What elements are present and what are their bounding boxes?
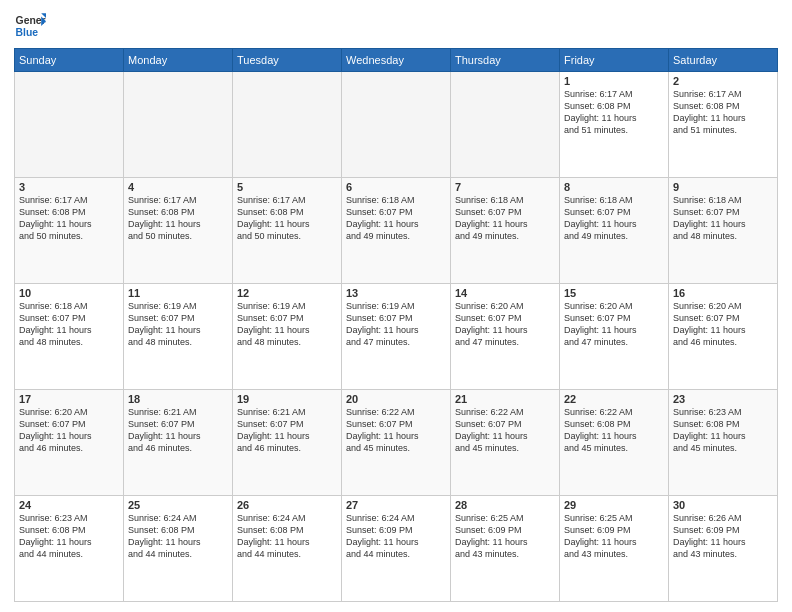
day-number: 6 [346,181,446,193]
day-info: Sunrise: 6:20 AM Sunset: 6:07 PM Dayligh… [19,406,119,455]
day-info: Sunrise: 6:17 AM Sunset: 6:08 PM Dayligh… [673,88,773,137]
calendar-cell: 26Sunrise: 6:24 AM Sunset: 6:08 PM Dayli… [233,496,342,602]
day-number: 8 [564,181,664,193]
day-info: Sunrise: 6:24 AM Sunset: 6:08 PM Dayligh… [237,512,337,561]
logo-icon: General Blue [14,10,46,42]
calendar-cell: 24Sunrise: 6:23 AM Sunset: 6:08 PM Dayli… [15,496,124,602]
day-info: Sunrise: 6:19 AM Sunset: 6:07 PM Dayligh… [128,300,228,349]
day-number: 19 [237,393,337,405]
calendar-cell [342,72,451,178]
page: General Blue SundayMondayTuesdayWednesda… [0,0,792,612]
day-number: 16 [673,287,773,299]
day-number: 25 [128,499,228,511]
day-number: 24 [19,499,119,511]
calendar-cell: 2Sunrise: 6:17 AM Sunset: 6:08 PM Daylig… [669,72,778,178]
weekday-tuesday: Tuesday [233,49,342,72]
day-number: 26 [237,499,337,511]
day-info: Sunrise: 6:19 AM Sunset: 6:07 PM Dayligh… [237,300,337,349]
day-number: 5 [237,181,337,193]
logo: General Blue [14,10,46,42]
calendar-table: SundayMondayTuesdayWednesdayThursdayFrid… [14,48,778,602]
day-number: 17 [19,393,119,405]
calendar-cell: 29Sunrise: 6:25 AM Sunset: 6:09 PM Dayli… [560,496,669,602]
weekday-sunday: Sunday [15,49,124,72]
week-row-3: 17Sunrise: 6:20 AM Sunset: 6:07 PM Dayli… [15,390,778,496]
weekday-wednesday: Wednesday [342,49,451,72]
day-number: 15 [564,287,664,299]
calendar-cell: 28Sunrise: 6:25 AM Sunset: 6:09 PM Dayli… [451,496,560,602]
day-info: Sunrise: 6:19 AM Sunset: 6:07 PM Dayligh… [346,300,446,349]
day-info: Sunrise: 6:25 AM Sunset: 6:09 PM Dayligh… [564,512,664,561]
svg-text:Blue: Blue [16,27,39,38]
day-info: Sunrise: 6:18 AM Sunset: 6:07 PM Dayligh… [564,194,664,243]
day-info: Sunrise: 6:17 AM Sunset: 6:08 PM Dayligh… [564,88,664,137]
calendar-cell: 1Sunrise: 6:17 AM Sunset: 6:08 PM Daylig… [560,72,669,178]
calendar-cell: 6Sunrise: 6:18 AM Sunset: 6:07 PM Daylig… [342,178,451,284]
calendar-cell: 13Sunrise: 6:19 AM Sunset: 6:07 PM Dayli… [342,284,451,390]
day-number: 21 [455,393,555,405]
weekday-monday: Monday [124,49,233,72]
calendar-cell: 16Sunrise: 6:20 AM Sunset: 6:07 PM Dayli… [669,284,778,390]
day-info: Sunrise: 6:20 AM Sunset: 6:07 PM Dayligh… [673,300,773,349]
calendar-cell: 21Sunrise: 6:22 AM Sunset: 6:07 PM Dayli… [451,390,560,496]
day-number: 28 [455,499,555,511]
day-number: 13 [346,287,446,299]
day-info: Sunrise: 6:18 AM Sunset: 6:07 PM Dayligh… [346,194,446,243]
day-info: Sunrise: 6:22 AM Sunset: 6:08 PM Dayligh… [564,406,664,455]
day-info: Sunrise: 6:22 AM Sunset: 6:07 PM Dayligh… [346,406,446,455]
calendar-cell: 11Sunrise: 6:19 AM Sunset: 6:07 PM Dayli… [124,284,233,390]
day-info: Sunrise: 6:21 AM Sunset: 6:07 PM Dayligh… [128,406,228,455]
day-info: Sunrise: 6:20 AM Sunset: 6:07 PM Dayligh… [564,300,664,349]
day-number: 23 [673,393,773,405]
calendar-cell: 9Sunrise: 6:18 AM Sunset: 6:07 PM Daylig… [669,178,778,284]
calendar-cell: 14Sunrise: 6:20 AM Sunset: 6:07 PM Dayli… [451,284,560,390]
day-info: Sunrise: 6:18 AM Sunset: 6:07 PM Dayligh… [455,194,555,243]
weekday-friday: Friday [560,49,669,72]
day-info: Sunrise: 6:21 AM Sunset: 6:07 PM Dayligh… [237,406,337,455]
day-number: 9 [673,181,773,193]
calendar-cell: 17Sunrise: 6:20 AM Sunset: 6:07 PM Dayli… [15,390,124,496]
day-info: Sunrise: 6:17 AM Sunset: 6:08 PM Dayligh… [19,194,119,243]
weekday-thursday: Thursday [451,49,560,72]
calendar-cell [15,72,124,178]
calendar-cell [233,72,342,178]
day-number: 11 [128,287,228,299]
calendar-cell: 12Sunrise: 6:19 AM Sunset: 6:07 PM Dayli… [233,284,342,390]
week-row-1: 3Sunrise: 6:17 AM Sunset: 6:08 PM Daylig… [15,178,778,284]
day-info: Sunrise: 6:23 AM Sunset: 6:08 PM Dayligh… [673,406,773,455]
day-number: 3 [19,181,119,193]
calendar-cell: 15Sunrise: 6:20 AM Sunset: 6:07 PM Dayli… [560,284,669,390]
week-row-4: 24Sunrise: 6:23 AM Sunset: 6:08 PM Dayli… [15,496,778,602]
day-info: Sunrise: 6:26 AM Sunset: 6:09 PM Dayligh… [673,512,773,561]
calendar-cell: 25Sunrise: 6:24 AM Sunset: 6:08 PM Dayli… [124,496,233,602]
day-info: Sunrise: 6:22 AM Sunset: 6:07 PM Dayligh… [455,406,555,455]
weekday-header-row: SundayMondayTuesdayWednesdayThursdayFrid… [15,49,778,72]
calendar-cell: 10Sunrise: 6:18 AM Sunset: 6:07 PM Dayli… [15,284,124,390]
day-info: Sunrise: 6:17 AM Sunset: 6:08 PM Dayligh… [237,194,337,243]
day-number: 22 [564,393,664,405]
calendar-cell: 8Sunrise: 6:18 AM Sunset: 6:07 PM Daylig… [560,178,669,284]
day-number: 29 [564,499,664,511]
calendar-cell: 5Sunrise: 6:17 AM Sunset: 6:08 PM Daylig… [233,178,342,284]
day-info: Sunrise: 6:18 AM Sunset: 6:07 PM Dayligh… [19,300,119,349]
day-info: Sunrise: 6:17 AM Sunset: 6:08 PM Dayligh… [128,194,228,243]
day-info: Sunrise: 6:25 AM Sunset: 6:09 PM Dayligh… [455,512,555,561]
day-number: 4 [128,181,228,193]
day-number: 2 [673,75,773,87]
calendar-cell: 22Sunrise: 6:22 AM Sunset: 6:08 PM Dayli… [560,390,669,496]
calendar-cell: 4Sunrise: 6:17 AM Sunset: 6:08 PM Daylig… [124,178,233,284]
calendar-cell: 23Sunrise: 6:23 AM Sunset: 6:08 PM Dayli… [669,390,778,496]
day-info: Sunrise: 6:20 AM Sunset: 6:07 PM Dayligh… [455,300,555,349]
calendar-cell: 30Sunrise: 6:26 AM Sunset: 6:09 PM Dayli… [669,496,778,602]
day-number: 27 [346,499,446,511]
week-row-2: 10Sunrise: 6:18 AM Sunset: 6:07 PM Dayli… [15,284,778,390]
calendar-cell: 20Sunrise: 6:22 AM Sunset: 6:07 PM Dayli… [342,390,451,496]
day-info: Sunrise: 6:18 AM Sunset: 6:07 PM Dayligh… [673,194,773,243]
calendar-cell [124,72,233,178]
day-number: 30 [673,499,773,511]
calendar-cell: 18Sunrise: 6:21 AM Sunset: 6:07 PM Dayli… [124,390,233,496]
day-number: 20 [346,393,446,405]
day-info: Sunrise: 6:24 AM Sunset: 6:08 PM Dayligh… [128,512,228,561]
day-number: 14 [455,287,555,299]
calendar-cell [451,72,560,178]
